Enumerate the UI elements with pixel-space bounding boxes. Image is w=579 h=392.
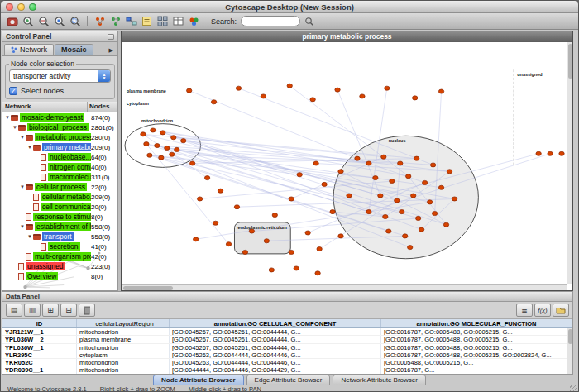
network-node[interactable] [242,250,247,254]
network-node[interactable] [170,152,175,156]
network-node[interactable] [159,155,164,160]
tree-row[interactable]: ▼transport558(0) [2,232,117,241]
tree-row[interactable]: ▼metabolic process280(0) [2,132,117,142]
network-node[interactable] [411,194,416,198]
network-node[interactable] [322,182,327,186]
network-node[interactable] [412,96,417,100]
tree-column-network[interactable]: Network [2,102,88,112]
new-network-from-selection-icon[interactable] [124,15,138,28]
tree-expander-icon[interactable]: ▼ [4,115,11,120]
network-node[interactable] [430,163,435,167]
network-node[interactable] [559,151,564,155]
network-node[interactable] [315,271,320,275]
unselect-attributes-icon[interactable]: ▥ [24,304,41,317]
network-node[interactable] [432,212,437,216]
tree-row[interactable]: ▼establishment of lo...558(0) [2,222,117,232]
tree-row[interactable]: unassigned223(0) [2,261,117,271]
network-node[interactable] [338,170,343,174]
tree-expander-icon[interactable]: ▼ [12,125,18,130]
tree-row[interactable]: ▼mosaic-demo-yeast874(0) [2,112,117,122]
network-node[interactable] [415,216,420,220]
network-node[interactable] [204,176,209,180]
list-icon[interactable]: ≣ [516,304,533,317]
network-node[interactable] [155,143,160,147]
tree-expander-icon[interactable]: ▼ [26,145,33,150]
network-node[interactable] [355,156,360,160]
tree-expander-icon[interactable]: ▼ [26,234,33,239]
zoom-selected-icon[interactable] [52,15,66,28]
delete-attribute-icon[interactable]: ⊟ [60,304,77,317]
network-node[interactable] [264,239,269,243]
tree-row[interactable]: secretion41(0) [2,241,117,251]
select-attributes-icon[interactable]: ▤ [6,304,22,317]
table-row[interactable]: YPL036W__1mitochondrion[GO:0045267, GO:0… [2,344,572,351]
network-node[interactable] [197,197,202,201]
network-node[interactable] [236,86,241,90]
canvas-horizontal-scrollbar[interactable] [122,284,567,290]
canvas-vertical-scrollbar[interactable] [567,42,572,284]
network-node[interactable] [335,88,340,92]
network-node[interactable] [147,153,152,157]
snapshot-icon[interactable] [5,15,19,28]
network-node[interactable] [213,221,218,225]
import-table-icon[interactable] [553,304,569,317]
function-builder-icon[interactable]: f(x) [534,304,551,317]
network-node[interactable] [443,222,448,227]
network-node[interactable] [414,156,419,160]
network-node[interactable] [289,197,294,201]
network-node[interactable] [218,189,223,193]
attribute-browser-icon[interactable] [171,15,185,28]
network-node[interactable] [385,86,390,90]
layout-grid-icon[interactable] [156,15,170,28]
network-node[interactable] [165,146,170,150]
network-node[interactable] [181,139,186,143]
table-vertical-scrollbar[interactable] [567,328,572,374]
network-node[interactable] [373,176,378,180]
column-header[interactable]: _cellularLayoutRegion [77,319,170,327]
network-node[interactable] [269,268,274,272]
tree-expander-icon[interactable]: ▼ [19,184,26,189]
float-panel-icon[interactable] [108,34,114,40]
network-node[interactable] [187,88,192,93]
tree-row[interactable]: response to stimul...8(0) [2,212,117,222]
network-node[interactable] [175,147,179,151]
select-nodes-checkbox[interactable]: ✓ [9,87,17,95]
network-node[interactable] [548,151,553,155]
search-input[interactable] [241,16,300,26]
network-node[interactable] [419,227,423,232]
network-node[interactable] [386,229,391,233]
tree-row[interactable]: multi-organism pro...42(0) [2,251,117,261]
node-color-dropdown[interactable]: transporter activity ▲▼ [9,69,111,83]
network-node[interactable] [313,161,318,165]
network-node[interactable] [330,210,335,214]
annotation-icon[interactable] [140,15,154,28]
network-node[interactable] [317,246,322,251]
tree-row[interactable]: ▼primary metabo...209(0) [2,142,117,152]
zoom-out-icon[interactable] [36,15,50,28]
network-canvas[interactable]: plasma membranecytoplasmmitochondrionnuc… [122,42,572,290]
network-node[interactable] [422,180,427,184]
table-row[interactable]: YLR295Ccytoplasm[GO:0045263, GO:0044444,… [2,351,572,359]
network-node[interactable] [297,173,302,177]
network-node[interactable] [261,94,266,98]
network-node[interactable] [366,161,371,165]
show-all-icon[interactable] [108,15,122,28]
zoom-fit-icon[interactable] [68,15,82,28]
network-node[interactable] [398,161,403,165]
tree-row[interactable]: ▼cellular process22(0) [2,182,117,192]
table-row[interactable]: YKR052Cmitochondrion[GO:0045263, GO:0044… [2,359,572,366]
network-node[interactable] [447,170,452,174]
network-node[interactable] [395,198,400,203]
network-node[interactable] [438,185,443,189]
new-attribute-icon[interactable]: ⊞ [42,304,59,317]
network-node[interactable] [226,242,231,246]
network-node[interactable] [408,246,413,250]
network-node[interactable] [141,132,146,136]
network-node[interactable] [378,194,383,198]
column-header[interactable]: annotation.GO CELLULAR_COMPONENT [170,319,381,327]
network-node[interactable] [294,266,299,270]
tree-row[interactable]: nucleobase...64(0) [2,152,117,162]
network-node[interactable] [211,100,216,104]
table-row[interactable]: YDR039C__1mitochondrion[GO:0044444, GO:0… [2,366,572,374]
network-node[interactable] [305,231,310,235]
